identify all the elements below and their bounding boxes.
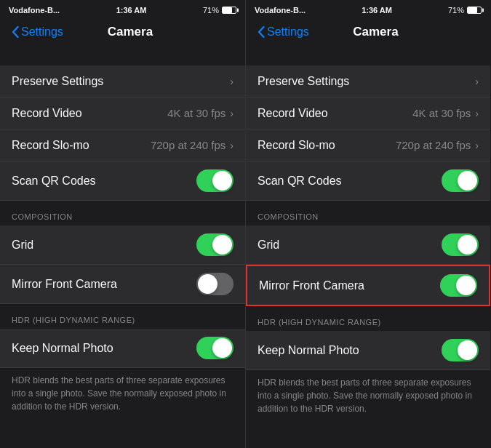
row-label: Grid xyxy=(258,239,442,252)
row-label: Mirror Front Camera xyxy=(12,278,196,291)
section-header: HDR (HIGH DYNAMIC RANGE) xyxy=(0,304,245,329)
toggle-switch[interactable] xyxy=(440,274,477,297)
phone-panel-right: Vodafone-B...1:36 AM 71% Settings Camera… xyxy=(245,0,490,448)
settings-row[interactable]: Preserve Settings› xyxy=(0,65,245,97)
battery-icon xyxy=(222,7,236,14)
row-value: 720p at 240 fps xyxy=(396,139,471,151)
row-label: Mirror Front Camera xyxy=(259,279,440,292)
settings-row[interactable]: Mirror Front Camera xyxy=(246,265,490,306)
toggle-switch[interactable] xyxy=(196,233,233,256)
status-carrier: Vodafone-B... xyxy=(9,6,60,15)
status-battery: 71% xyxy=(448,6,482,15)
section-header: COMPOSITION xyxy=(246,201,490,225)
nav-bar: Settings Camera xyxy=(246,19,490,48)
section-group-2: HDR (HIGH DYNAMIC RANGE)Keep Normal Phot… xyxy=(246,306,490,370)
toggle-switch[interactable] xyxy=(196,337,233,359)
toggle-switch[interactable] xyxy=(196,169,233,192)
settings-row[interactable]: Record Video4K at 30 fps› xyxy=(246,97,490,129)
settings-list: Preserve Settings›Record Video4K at 30 f… xyxy=(246,48,490,448)
toggle-switch[interactable] xyxy=(196,273,233,295)
chevron-icon: › xyxy=(475,140,479,151)
settings-row[interactable]: Grid xyxy=(246,225,490,265)
settings-row[interactable]: Keep Normal Photo xyxy=(246,331,490,370)
settings-row[interactable]: Scan QR Codes xyxy=(0,161,245,201)
settings-row[interactable]: Mirror Front Camera xyxy=(0,265,245,304)
chevron-icon: › xyxy=(475,108,479,119)
toggle-switch[interactable] xyxy=(442,233,479,256)
row-label: Preserve Settings xyxy=(12,75,230,88)
status-bar: Vodafone-B...1:36 AM 71% xyxy=(246,0,490,19)
toggle-thumb xyxy=(458,340,477,360)
row-label: Record Slo-mo xyxy=(258,139,396,152)
toggle-thumb xyxy=(198,274,217,294)
section-header: COMPOSITION xyxy=(0,201,245,225)
status-time: 1:36 AM xyxy=(362,6,392,15)
nav-bar: Settings Camera xyxy=(0,19,245,48)
section-group-1: COMPOSITIONGridMirror Front Camera xyxy=(246,201,490,306)
toggle-thumb xyxy=(212,171,232,191)
page-title: Camera xyxy=(273,25,479,39)
battery-percent: 71% xyxy=(448,6,464,15)
status-battery: 71% xyxy=(203,6,236,15)
section-header: HDR (HIGH DYNAMIC RANGE) xyxy=(246,306,490,331)
row-label: Record Video xyxy=(258,107,412,120)
row-value: 720p at 240 fps xyxy=(151,139,225,151)
row-label: Record Video xyxy=(12,107,167,120)
chevron-icon: › xyxy=(475,76,479,87)
row-label: Scan QR Codes xyxy=(12,175,196,188)
row-label: Keep Normal Photo xyxy=(12,342,196,355)
toggle-thumb xyxy=(458,171,477,191)
row-label: Record Slo-mo xyxy=(12,139,151,152)
row-label: Keep Normal Photo xyxy=(258,344,442,357)
settings-row[interactable]: Scan QR Codes xyxy=(246,161,490,201)
chevron-icon: › xyxy=(230,140,233,151)
chevron-icon: › xyxy=(230,76,233,87)
settings-row[interactable]: Record Slo-mo720p at 240 fps› xyxy=(0,129,245,161)
toggle-thumb xyxy=(456,276,476,295)
hdr-description: HDR blends the best parts of three separ… xyxy=(246,370,490,424)
settings-row[interactable]: Preserve Settings› xyxy=(246,65,490,97)
settings-row[interactable]: Record Slo-mo720p at 240 fps› xyxy=(246,129,490,161)
status-carrier: Vodafone-B... xyxy=(255,6,306,15)
toggle-thumb xyxy=(458,235,477,255)
hdr-description: HDR blends the best parts of three separ… xyxy=(0,368,245,422)
phone-panel-left: Vodafone-B...1:36 AM 71% Settings Camera… xyxy=(0,0,245,448)
status-bar: Vodafone-B...1:36 AM 71% xyxy=(0,0,245,19)
section-group-2: HDR (HIGH DYNAMIC RANGE)Keep Normal Phot… xyxy=(0,304,245,368)
section-group-0: Preserve Settings›Record Video4K at 30 f… xyxy=(0,48,245,201)
separator-space xyxy=(0,48,245,65)
battery-icon xyxy=(467,7,482,14)
row-label: Preserve Settings xyxy=(258,75,475,88)
settings-row[interactable]: Record Video4K at 30 fps› xyxy=(0,97,245,129)
toggle-switch[interactable] xyxy=(442,339,479,361)
settings-row[interactable]: Keep Normal Photo xyxy=(0,329,245,368)
toggle-switch[interactable] xyxy=(442,169,479,192)
row-label: Grid xyxy=(12,239,196,252)
settings-row[interactable]: Grid xyxy=(0,225,245,265)
page-title: Camera xyxy=(27,25,233,39)
row-value: 4K at 30 fps xyxy=(412,107,471,119)
row-value: 4K at 30 fps xyxy=(167,107,225,119)
toggle-thumb xyxy=(212,338,232,358)
toggle-thumb xyxy=(212,235,232,255)
section-group-1: COMPOSITIONGridMirror Front Camera xyxy=(0,201,245,304)
row-label: Scan QR Codes xyxy=(258,175,442,188)
battery-percent: 71% xyxy=(203,6,219,15)
separator-space xyxy=(246,48,490,65)
settings-list: Preserve Settings›Record Video4K at 30 f… xyxy=(0,48,245,448)
chevron-icon: › xyxy=(230,108,233,119)
section-group-0: Preserve Settings›Record Video4K at 30 f… xyxy=(246,48,490,201)
status-time: 1:36 AM xyxy=(116,6,147,15)
